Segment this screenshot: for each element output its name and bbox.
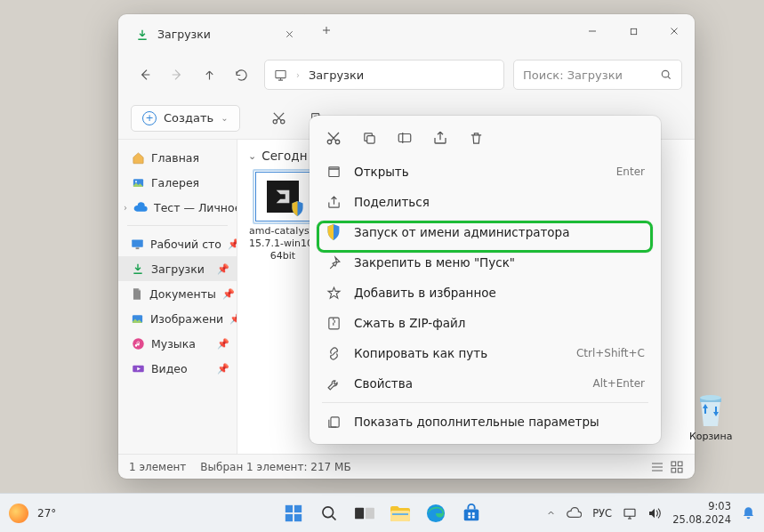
- network-tray-icon[interactable]: [623, 507, 637, 520]
- search-icon: [660, 69, 672, 81]
- svg-rect-26: [285, 504, 292, 512]
- wrench-icon: [326, 375, 342, 391]
- recycle-bin-icon[interactable]: Корзина: [689, 393, 732, 442]
- start-button[interactable]: [282, 502, 305, 525]
- desktop-icon: [131, 237, 144, 251]
- back-button[interactable]: [131, 60, 159, 89]
- pin-icon: 📌: [228, 238, 237, 250]
- context-label: Свойства: [354, 376, 413, 391]
- sidebar-label: Тест — Личное: [154, 201, 237, 214]
- create-button[interactable]: + Создать ⌄: [131, 105, 240, 132]
- plus-icon: +: [142, 111, 157, 125]
- context-shortcut: Alt+Enter: [592, 377, 645, 390]
- taskbar: 27° РУС 9:03 25.08.2024: [0, 493, 764, 532]
- svg-rect-39: [468, 515, 470, 518]
- star-icon: [326, 285, 342, 301]
- svg-rect-13: [672, 462, 676, 466]
- time: 9:03: [672, 500, 731, 512]
- context-properties[interactable]: СвойстваAlt+Enter: [315, 368, 655, 399]
- close-button[interactable]: [654, 14, 695, 48]
- cut-button[interactable]: [263, 104, 295, 133]
- svg-rect-33: [390, 511, 410, 521]
- status-bar: 1 элемент Выбран 1 элемент: 217 МБ: [118, 454, 695, 479]
- copy-button[interactable]: [359, 128, 379, 148]
- address-bar[interactable]: › Загрузки: [264, 60, 504, 90]
- search-button[interactable]: [318, 502, 341, 525]
- context-add-favorite[interactable]: Добавить в избранное: [315, 278, 655, 308]
- status-count: 1 элемент: [129, 461, 186, 473]
- tray-chevron-icon[interactable]: [546, 508, 556, 518]
- context-compress-zip[interactable]: Сжать в ZIP-файл: [315, 308, 655, 338]
- svg-rect-16: [678, 468, 682, 472]
- cut-button[interactable]: [324, 128, 343, 148]
- sidebar-item-onedrive[interactable]: ›Тест — Личное: [118, 195, 237, 220]
- new-tab-button[interactable]: [309, 14, 344, 46]
- svg-point-17: [327, 140, 332, 144]
- rename-button[interactable]: [395, 128, 414, 148]
- context-share[interactable]: Поделиться: [315, 187, 655, 217]
- taskbar-clock[interactable]: 9:03 25.08.2024: [672, 500, 731, 526]
- notifications-tray-icon[interactable]: [742, 506, 755, 520]
- svg-rect-40: [471, 515, 474, 518]
- sidebar-item-documents[interactable]: Документы📌: [118, 281, 237, 306]
- svg-rect-21: [328, 168, 338, 176]
- tab-title: Загрузки: [157, 28, 211, 41]
- tab-downloads[interactable]: Загрузки: [131, 14, 309, 54]
- sidebar-item-gallery[interactable]: Галерея: [118, 170, 237, 195]
- explorer-button[interactable]: [389, 502, 412, 525]
- search-input[interactable]: Поиск: Загрузки: [513, 60, 682, 90]
- svg-rect-23: [328, 318, 338, 329]
- forward-button[interactable]: [163, 60, 191, 89]
- svg-rect-32: [365, 507, 374, 519]
- recycle-label: Корзина: [689, 431, 732, 442]
- sidebar-item-pictures[interactable]: Изображени📌: [118, 306, 237, 331]
- sidebar-item-videos[interactable]: Видео📌: [118, 356, 237, 381]
- sidebar-item-home[interactable]: Главная: [118, 145, 237, 170]
- sidebar-label: Музыка: [151, 337, 196, 351]
- svg-point-18: [335, 140, 340, 144]
- sidebar-item-downloads[interactable]: Загрузки📌: [118, 256, 237, 281]
- refresh-button[interactable]: [227, 60, 255, 89]
- maximize-button[interactable]: [613, 14, 654, 48]
- sidebar-item-desktop[interactable]: Рабочий сто📌: [118, 231, 237, 256]
- share-button[interactable]: [430, 128, 450, 148]
- store-button[interactable]: [460, 502, 483, 525]
- volume-tray-icon[interactable]: [647, 507, 662, 520]
- edge-button[interactable]: [424, 502, 447, 525]
- taskbar-weather[interactable]: 27°: [9, 504, 56, 523]
- tab-close-icon[interactable]: [281, 26, 298, 43]
- svg-point-25: [700, 395, 721, 400]
- details-view-button[interactable]: [650, 460, 664, 474]
- svg-point-4: [281, 120, 285, 124]
- context-label: Запуск от имени администратора: [354, 225, 569, 239]
- pin-icon: 📌: [217, 363, 229, 375]
- sun-icon: [9, 504, 28, 523]
- pin-icon: 📌: [217, 263, 229, 275]
- context-copy-path[interactable]: Копировать как путьCtrl+Shift+C: [315, 338, 655, 368]
- chevron-down-icon: ⌄: [248, 150, 256, 162]
- file-item[interactable]: amd-catalyst-15.7.1-win10-64bit: [248, 172, 318, 262]
- svg-rect-22: [328, 166, 338, 168]
- context-open[interactable]: ОткрытьEnter: [315, 157, 655, 187]
- taskview-button[interactable]: [353, 502, 376, 525]
- svg-rect-9: [136, 247, 140, 249]
- file-icon: [255, 172, 310, 222]
- delete-button[interactable]: [466, 128, 486, 148]
- context-menu: ОткрытьEnter Поделиться Запуск от имени …: [310, 116, 661, 444]
- sidebar-label: Загрузки: [151, 262, 205, 276]
- up-button[interactable]: [195, 60, 223, 89]
- home-icon: [131, 150, 145, 165]
- svg-point-7: [135, 181, 137, 182]
- minimize-button[interactable]: [572, 14, 613, 48]
- monitor-icon: [274, 69, 287, 82]
- context-pin-start[interactable]: Закрепить в меню "Пуск": [315, 247, 655, 278]
- context-more-options[interactable]: Показать дополнительные параметры: [315, 407, 655, 437]
- more-icon: [326, 414, 342, 430]
- context-label: Поделиться: [354, 195, 430, 209]
- onedrive-tray-icon[interactable]: [567, 507, 582, 519]
- language-indicator[interactable]: РУС: [592, 507, 612, 520]
- sidebar-item-music[interactable]: Музыка📌: [118, 331, 237, 356]
- context-run-as-admin[interactable]: Запуск от имени администратора: [315, 217, 655, 247]
- temperature: 27°: [37, 507, 56, 520]
- grid-view-button[interactable]: [670, 460, 684, 474]
